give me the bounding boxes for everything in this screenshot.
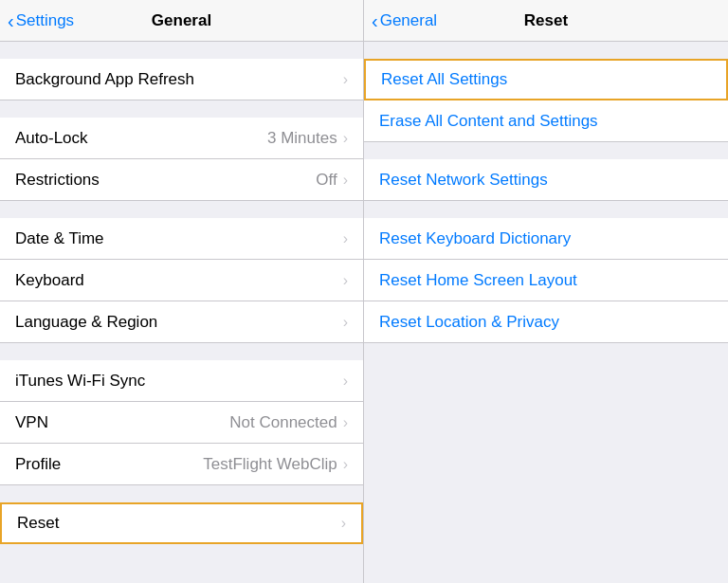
reset-label-home-screen: Reset Home Screen Layout <box>379 271 577 290</box>
list-item-background-app-refresh[interactable]: Background App Refresh › <box>0 59 363 100</box>
right-back-label: General <box>380 11 437 30</box>
reset-section-2: Reset Network Settings <box>364 142 728 201</box>
item-label-reset: Reset <box>17 514 341 533</box>
list-item-date-time[interactable]: Date & Time › <box>0 218 363 260</box>
list-item-restrictions[interactable]: Restrictions Off › <box>0 159 363 201</box>
item-value-vpn: Not Connected <box>229 413 337 432</box>
right-navbar: ‹ General Reset <box>364 0 728 42</box>
section-gap-2 <box>0 100 363 118</box>
chevron-icon-profile: › <box>343 456 348 473</box>
chevron-icon-keyboard: › <box>343 272 348 289</box>
list-item-profile[interactable]: Profile TestFlight WebClip › <box>0 444 363 485</box>
reset-label-network: Reset Network Settings <box>379 171 548 190</box>
chevron-icon-auto-lock: › <box>343 130 348 147</box>
chevron-icon-vpn: › <box>343 414 348 431</box>
chevron-icon-background-app-refresh: › <box>343 71 348 88</box>
item-label-profile: Profile <box>15 455 203 474</box>
list-item-keyboard[interactable]: Keyboard › <box>0 260 363 301</box>
chevron-icon-reset: › <box>341 515 346 532</box>
left-nav-title: General <box>152 11 211 30</box>
section-autolock: Auto-Lock 3 Minutes › Restrictions Off › <box>0 100 363 201</box>
section-background: Background App Refresh › <box>0 42 363 100</box>
item-label-auto-lock: Auto-Lock <box>15 129 267 148</box>
reset-label-all-settings: Reset All Settings <box>381 70 507 89</box>
list-item-itunes-wifi[interactable]: iTunes Wi-Fi Sync › <box>0 360 363 402</box>
item-label-restrictions: Restrictions <box>15 171 316 190</box>
item-label-date-time: Date & Time <box>15 229 343 248</box>
list-item-reset[interactable]: Reset › <box>0 502 363 544</box>
item-label-keyboard: Keyboard <box>15 271 343 290</box>
section-gap-top <box>0 42 363 59</box>
item-label-background-app-refresh: Background App Refresh <box>15 70 343 89</box>
reset-item-home-screen[interactable]: Reset Home Screen Layout <box>364 260 728 301</box>
item-value-restrictions: Off <box>316 171 337 190</box>
section-gap-4 <box>0 343 363 360</box>
right-back-button[interactable]: ‹ General <box>372 11 437 30</box>
item-label-itunes-wifi: iTunes Wi-Fi Sync <box>15 372 343 391</box>
section-reset: Reset › <box>0 485 363 544</box>
chevron-icon-language-region: › <box>343 314 348 331</box>
item-label-vpn: VPN <box>15 413 229 432</box>
chevron-icon-date-time: › <box>343 230 348 247</box>
left-settings-list: Background App Refresh › Auto-Lock 3 Min… <box>0 42 363 583</box>
left-back-label: Settings <box>16 11 74 30</box>
reset-label-location-privacy: Reset Location & Privacy <box>379 313 559 332</box>
right-back-chevron-icon: ‹ <box>372 11 378 30</box>
section-gap-5 <box>0 485 363 502</box>
chevron-icon-itunes-wifi: › <box>343 373 348 390</box>
reset-section-1: Reset All Settings Erase All Content and… <box>364 42 728 142</box>
reset-item-location-privacy[interactable]: Reset Location & Privacy <box>364 301 728 343</box>
item-value-auto-lock: 3 Minutes <box>267 129 337 148</box>
right-nav-title: Reset <box>524 11 568 30</box>
item-label-language-region: Language & Region <box>15 313 343 332</box>
reset-gap-1 <box>364 42 728 59</box>
reset-gap-3 <box>364 201 728 218</box>
section-itunes: iTunes Wi-Fi Sync › VPN Not Connected › … <box>0 343 363 485</box>
reset-label-keyboard-dict: Reset Keyboard Dictionary <box>379 229 571 248</box>
reset-item-erase-all[interactable]: Erase All Content and Settings <box>364 100 728 142</box>
left-back-chevron-icon: ‹ <box>8 11 14 30</box>
chevron-icon-restrictions: › <box>343 172 348 189</box>
reset-item-keyboard-dict[interactable]: Reset Keyboard Dictionary <box>364 218 728 260</box>
reset-item-all-settings[interactable]: Reset All Settings <box>364 59 728 100</box>
reset-gap-2 <box>364 142 728 159</box>
reset-section-3: Reset Keyboard Dictionary Reset Home Scr… <box>364 201 728 343</box>
right-panel: ‹ General Reset Reset All Settings Erase… <box>364 0 728 583</box>
left-panel: ‹ Settings General Background App Refres… <box>0 0 364 583</box>
section-datetime: Date & Time › Keyboard › Language & Regi… <box>0 201 363 343</box>
reset-label-erase-all: Erase All Content and Settings <box>379 112 598 131</box>
section-gap-3 <box>0 201 363 218</box>
left-navbar: ‹ Settings General <box>0 0 363 42</box>
list-item-vpn[interactable]: VPN Not Connected › <box>0 402 363 444</box>
left-back-button[interactable]: ‹ Settings <box>8 11 74 30</box>
list-item-auto-lock[interactable]: Auto-Lock 3 Minutes › <box>0 118 363 159</box>
reset-options-list: Reset All Settings Erase All Content and… <box>364 42 728 583</box>
reset-item-network[interactable]: Reset Network Settings <box>364 159 728 201</box>
item-value-profile: TestFlight WebClip <box>203 455 337 474</box>
list-item-language-region[interactable]: Language & Region › <box>0 301 363 343</box>
